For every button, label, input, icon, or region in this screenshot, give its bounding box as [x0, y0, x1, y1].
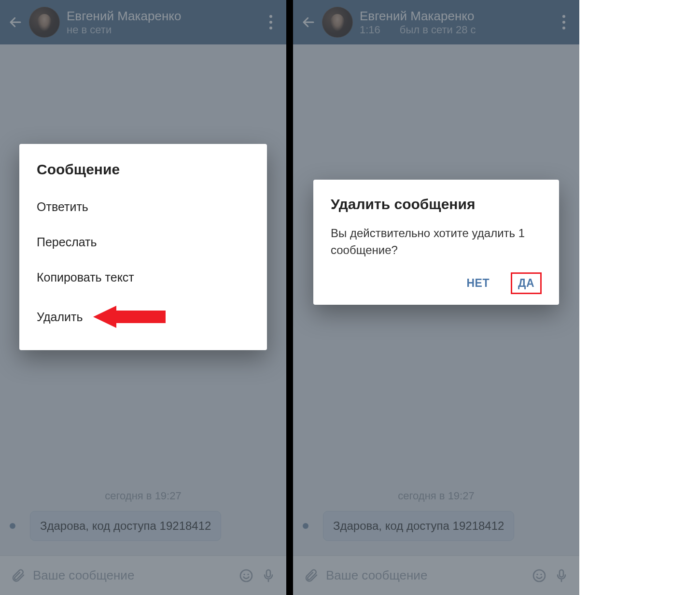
message-context-menu: Сообщение Ответить Переслать Копировать …	[19, 144, 267, 350]
delete-confirm-dialog: Удалить сообщения Вы действительно хотит…	[313, 180, 559, 305]
menu-item-label: Удалить	[37, 310, 83, 324]
menu-item-label: Копировать текст	[37, 270, 134, 284]
context-menu-title: Сообщение	[19, 157, 267, 189]
menu-item-label: Переслать	[37, 235, 97, 249]
dialog-yes-button[interactable]: ДА	[511, 272, 542, 294]
menu-item-delete[interactable]: Удалить	[19, 295, 267, 339]
screenshot-right: Евгений Макаренко 1:16 был в сети 28 с с…	[293, 0, 579, 595]
menu-item-copy-text[interactable]: Копировать текст	[19, 260, 267, 295]
dialog-actions: НЕТ ДА	[331, 272, 542, 294]
dialog-title: Удалить сообщения	[331, 196, 542, 212]
dialog-body: Вы действительно хотите удалить 1 сообще…	[331, 225, 542, 259]
screenshot-left: Евгений Макаренко не в сети сегодня в 19…	[0, 0, 286, 595]
pane-divider	[286, 0, 293, 595]
menu-item-label: Ответить	[37, 200, 88, 214]
dialog-no-button[interactable]: НЕТ	[462, 273, 495, 294]
menu-item-forward[interactable]: Переслать	[19, 225, 267, 260]
blank-area	[579, 0, 700, 595]
annotation-arrow-icon	[93, 306, 166, 328]
menu-item-reply[interactable]: Ответить	[19, 189, 267, 225]
